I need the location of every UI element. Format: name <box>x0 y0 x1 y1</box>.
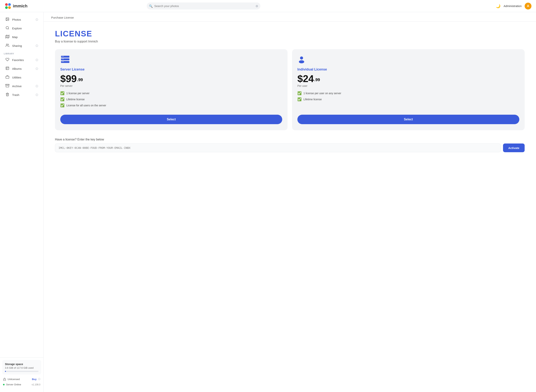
individual-price-decimal: .99 <box>314 76 320 84</box>
favorites-info-icon[interactable]: ⓘ <box>36 58 38 62</box>
license-key-input-row: Activate <box>55 144 525 152</box>
svg-point-27 <box>299 60 304 63</box>
license-key-section: Have a license? Enter the key below Acti… <box>55 138 525 152</box>
server-version: v1.108.0 <box>32 383 40 386</box>
administration-link[interactable]: Administration <box>503 4 522 8</box>
sidebar-item-photos[interactable]: Photos ⓘ <box>1 15 42 24</box>
sidebar-item-trash[interactable]: Trash ⓘ <box>1 91 42 99</box>
server-license-price: $99 .99 <box>60 74 282 84</box>
server-license-period: Per server <box>60 84 282 87</box>
svg-point-1 <box>8 3 11 6</box>
individual-card-icon <box>297 55 519 65</box>
server-status: Server Online v1.108.0 <box>2 382 41 387</box>
license-key-input[interactable] <box>55 144 501 152</box>
photos-label: Photos <box>12 18 33 21</box>
avatar[interactable]: A <box>525 3 531 9</box>
svg-rect-14 <box>6 84 9 85</box>
individual-price-main: $24 <box>297 74 314 84</box>
sidebar-item-favorites[interactable]: Favorites ⓘ <box>1 56 42 64</box>
map-icon <box>5 35 9 39</box>
explore-label: Explore <box>12 27 38 30</box>
license-status: Unlicensed <box>8 378 20 381</box>
license-row: Unlicensed Buy ⓘ <box>2 376 41 382</box>
license-page: LICENSE Buy a license to support Immich <box>44 22 536 160</box>
search-icon: 🔍 <box>149 4 153 8</box>
sidebar-nav: Photos ⓘ Explore Map <box>0 15 43 358</box>
sidebar-item-explore[interactable]: Explore <box>1 24 42 33</box>
svg-rect-25 <box>63 61 64 62</box>
sharing-info-icon[interactable]: ⓘ <box>36 44 38 48</box>
sidebar-bottom: Storage space 3.6 GiB of 117.6 GiB used … <box>0 358 43 389</box>
svg-point-11 <box>6 44 8 45</box>
server-status-label: Server Online <box>6 383 21 386</box>
sidebar-item-map[interactable]: Map <box>1 33 42 41</box>
sidebar-item-albums[interactable]: Albums ⓘ <box>1 65 42 73</box>
sidebar-item-utilities[interactable]: Utilities <box>1 73 42 82</box>
main-layout: Photos ⓘ Explore Map <box>0 12 536 392</box>
individual-feature-1: ✅ 1 license per user on any server <box>297 91 519 95</box>
svg-rect-21 <box>62 59 63 59</box>
archive-icon <box>5 84 9 89</box>
server-price-main: $99 <box>60 74 77 84</box>
activate-button[interactable]: Activate <box>503 144 525 152</box>
trash-label: Trash <box>12 93 33 97</box>
archive-label: Archive <box>12 84 33 88</box>
server-price-decimal: .99 <box>77 76 83 84</box>
photos-icon <box>5 17 9 22</box>
license-heading: LICENSE <box>55 29 525 38</box>
favorites-label: Favorites <box>12 58 33 62</box>
dark-mode-icon[interactable]: 🌙 <box>496 4 501 8</box>
license-subheading: Buy a license to support Immich <box>55 40 525 43</box>
buy-info-icon[interactable]: ⓘ <box>38 378 40 381</box>
svg-rect-22 <box>63 59 64 59</box>
buy-license-link[interactable]: Buy <box>32 378 37 381</box>
favorites-icon <box>5 58 9 62</box>
trash-info-icon[interactable]: ⓘ <box>36 93 38 97</box>
license-key-title: Have a license? Enter the key below <box>55 138 525 141</box>
check-icon-5: ✅ <box>297 97 302 101</box>
sidebar: Photos ⓘ Explore Map <box>0 12 44 392</box>
library-section-title: LIBRARY <box>0 50 43 56</box>
individual-select-button[interactable]: Select <box>297 115 519 124</box>
albums-info-icon[interactable]: ⓘ <box>36 67 38 70</box>
photos-info-icon[interactable]: ⓘ <box>36 18 38 21</box>
albums-label: Albums <box>12 67 33 70</box>
albums-icon <box>5 66 9 71</box>
server-license-title: Server License <box>60 67 282 71</box>
sidebar-item-sharing[interactable]: Sharing ⓘ <box>1 42 42 50</box>
server-license-card: Server License $99 .99 Per server ✅ 1 li… <box>55 49 288 130</box>
license-cards: Server License $99 .99 Per server ✅ 1 li… <box>55 49 525 130</box>
svg-line-7 <box>8 29 9 29</box>
server-select-button[interactable]: Select <box>60 115 282 124</box>
svg-rect-13 <box>6 76 9 79</box>
individual-license-features: ✅ 1 license per user on any server ✅ Lif… <box>297 91 519 109</box>
archive-info-icon[interactable]: ⓘ <box>36 84 38 88</box>
individual-license-title: Individual License <box>297 67 519 71</box>
individual-license-period: Per user <box>297 84 519 87</box>
svg-point-26 <box>300 56 303 60</box>
filter-icon[interactable]: ⚙ <box>256 4 258 8</box>
individual-license-card: Individual License $24 .99 Per user ✅ 1 … <box>292 49 525 130</box>
search-bar: 🔍 ⚙ <box>147 2 261 9</box>
utilities-icon <box>5 75 9 80</box>
storage-bar <box>5 371 38 372</box>
server-license-features: ✅ 1 license per server ✅ Lifetime licens… <box>60 91 282 109</box>
person-icon <box>297 55 306 64</box>
logo-icon <box>5 3 11 9</box>
logo[interactable]: immich <box>5 3 28 9</box>
utilities-label: Utilities <box>12 76 38 79</box>
svg-rect-18 <box>62 56 63 56</box>
svg-rect-16 <box>3 379 6 380</box>
svg-rect-12 <box>6 67 9 70</box>
check-icon-4: ✅ <box>297 91 302 95</box>
svg-point-2 <box>5 6 8 9</box>
storage-card: Storage space 3.6 GiB of 117.6 GiB used <box>2 360 41 375</box>
sidebar-item-archive[interactable]: Archive ⓘ <box>1 82 42 90</box>
server-icon <box>60 55 70 64</box>
map-label: Map <box>12 35 38 39</box>
search-input[interactable] <box>147 2 261 9</box>
svg-rect-20 <box>61 58 69 60</box>
server-feature-2: ✅ Lifetime license <box>60 97 282 101</box>
svg-rect-24 <box>62 61 63 62</box>
svg-rect-19 <box>63 56 64 56</box>
